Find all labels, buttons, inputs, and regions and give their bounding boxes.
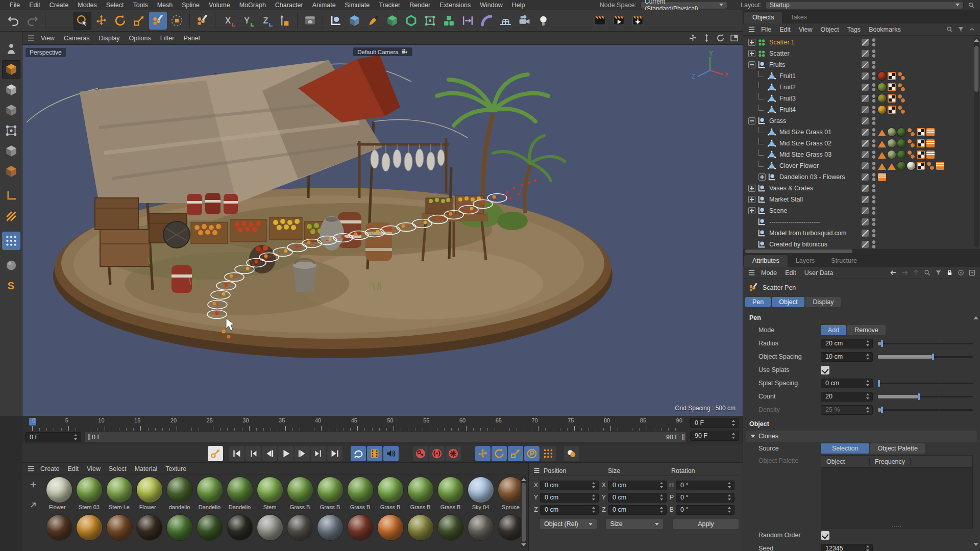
key-position-button[interactable] <box>475 446 491 461</box>
attributes-menu-item[interactable]: Edit <box>781 269 800 277</box>
scatter-pen-tool-button[interactable] <box>149 12 167 30</box>
material-item[interactable]: dandelio <box>164 475 194 510</box>
layer-toggle[interactable] <box>862 196 869 203</box>
object-tree-row[interactable]: Mid Size Grass 02 <box>743 138 980 149</box>
next-frame-button[interactable] <box>295 446 310 461</box>
layer-toggle[interactable] <box>862 39 869 46</box>
uv-mode-button[interactable] <box>2 207 20 226</box>
rotate-button[interactable] <box>111 12 129 30</box>
material-item[interactable] <box>194 513 225 540</box>
material-item[interactable]: Sky 04 <box>465 475 496 510</box>
spinner-icon[interactable] <box>659 494 665 501</box>
layer-toggle[interactable] <box>862 106 869 113</box>
frame-range-button[interactable] <box>367 446 382 461</box>
tree-expander[interactable] <box>748 117 755 124</box>
autokey-button[interactable] <box>429 446 445 461</box>
object-tree-row[interactable]: Fruit2 <box>743 82 980 93</box>
material-item[interactable] <box>44 513 74 540</box>
position-field[interactable]: 0 cm <box>540 493 599 503</box>
object-manager-hscrollbar[interactable] <box>743 249 980 254</box>
position-field[interactable]: 0 cm <box>540 505 599 515</box>
object-tree-row[interactable]: ------------------------ <box>743 216 980 228</box>
enable-axis-button[interactable] <box>2 187 20 205</box>
menu-item[interactable]: Spline <box>177 2 204 9</box>
menu-item[interactable]: Select <box>102 2 129 9</box>
layer-toggle[interactable] <box>862 207 869 214</box>
material-item[interactable] <box>285 513 315 540</box>
orbit-view-icon[interactable] <box>716 34 725 42</box>
attribute-tab[interactable]: Object <box>772 297 804 307</box>
edges-mode-button[interactable] <box>2 142 20 160</box>
source-selection-button[interactable]: Selection <box>821 443 869 454</box>
phong-tag[interactable] <box>878 152 886 159</box>
material-tag[interactable] <box>897 162 905 170</box>
object-palette-table[interactable]: Object Frequency ..... <box>821 455 973 529</box>
object-tree-row[interactable]: Fruit4 <box>743 104 980 115</box>
scroll-up-icon[interactable] <box>973 316 978 319</box>
object-tree-row[interactable]: Dandelion 03 - Flowers <box>743 171 980 183</box>
layer-toggle[interactable] <box>862 185 869 192</box>
object-tree-row[interactable]: Scene <box>743 205 980 216</box>
tweak-mode-button[interactable] <box>2 40 20 58</box>
hamburger-icon[interactable] <box>533 467 541 474</box>
visibility-dots[interactable] <box>872 207 876 215</box>
layer-toggle[interactable] <box>862 140 869 147</box>
object-spacing-field[interactable]: 10 cm <box>821 352 873 362</box>
object-tags[interactable] <box>878 72 968 80</box>
annotation-tag[interactable] <box>936 162 944 170</box>
visibility-dots[interactable] <box>872 49 876 58</box>
spinner-icon[interactable] <box>591 482 597 489</box>
viewport-menu-item[interactable]: View <box>36 35 59 42</box>
scroll-down-icon[interactable] <box>973 543 978 546</box>
use-splats-checkbox[interactable] <box>821 366 829 374</box>
tree-expander[interactable] <box>748 185 755 192</box>
tree-expander[interactable] <box>748 207 755 214</box>
scroll-up-icon[interactable] <box>521 478 526 481</box>
material-item[interactable]: Grass B <box>405 475 435 510</box>
viewport-solo-button[interactable] <box>2 256 20 274</box>
attribute-tab[interactable]: Pen <box>745 297 771 307</box>
object-tree-row[interactable]: Fruit3 <box>743 93 980 104</box>
material-item[interactable]: Dandelio <box>225 475 255 510</box>
key-scale-button[interactable] <box>508 446 523 461</box>
chevron-up-icon[interactable] <box>968 26 976 33</box>
material-item[interactable] <box>74 513 104 540</box>
array-object-button[interactable] <box>440 12 458 30</box>
redo-button[interactable] <box>23 12 41 30</box>
timeline-ruler[interactable]: 051015202530354045505560657075808590 <box>25 417 689 431</box>
spinner-icon[interactable] <box>865 545 871 551</box>
subdivision-surface-button[interactable] <box>383 12 401 30</box>
range-start-field[interactable]: 0 F <box>690 418 739 428</box>
visibility-dots[interactable] <box>872 229 876 237</box>
viewport-menu-item[interactable]: Cameras <box>59 35 94 42</box>
lock-icon[interactable] <box>946 269 953 277</box>
bend-deformer-button[interactable] <box>478 12 496 30</box>
table-resize-handle[interactable]: ..... <box>892 522 902 528</box>
x-axis-lock-button[interactable]: X <box>219 12 237 30</box>
model-mode-button[interactable] <box>2 60 20 79</box>
floor-object-button[interactable] <box>497 12 514 30</box>
menu-item[interactable]: Animate <box>308 2 340 9</box>
splat-spacing-field[interactable]: 0 cm <box>821 379 873 388</box>
material-item[interactable] <box>104 513 134 540</box>
menu-item[interactable]: Character <box>271 2 308 9</box>
key-parameter-button[interactable] <box>524 446 540 461</box>
source-palette-button[interactable]: Object Palette <box>870 443 925 454</box>
object-tree-row[interactable]: Clover Flower <box>743 160 980 171</box>
menu-item[interactable]: Mesh <box>153 2 178 9</box>
object-spacing-slider[interactable] <box>878 353 973 361</box>
hamburger-icon[interactable] <box>27 34 35 42</box>
sculpt-layout-button[interactable]: S <box>2 277 20 295</box>
position-field[interactable]: 0 cm <box>540 481 599 490</box>
z-axis-lock-button[interactable]: Z <box>257 12 275 30</box>
panel-tab[interactable]: Structure <box>823 255 865 267</box>
material-tag[interactable] <box>878 94 886 103</box>
material-tag[interactable] <box>897 151 905 159</box>
material-link-button[interactable] <box>27 499 39 511</box>
material-item[interactable] <box>164 513 194 540</box>
visibility-override-dots[interactable] <box>907 128 915 136</box>
material-tag[interactable] <box>888 128 896 136</box>
visibility-dots[interactable] <box>872 72 876 80</box>
render-active-view-button[interactable] <box>591 12 609 30</box>
uvw-tag[interactable] <box>917 151 925 159</box>
